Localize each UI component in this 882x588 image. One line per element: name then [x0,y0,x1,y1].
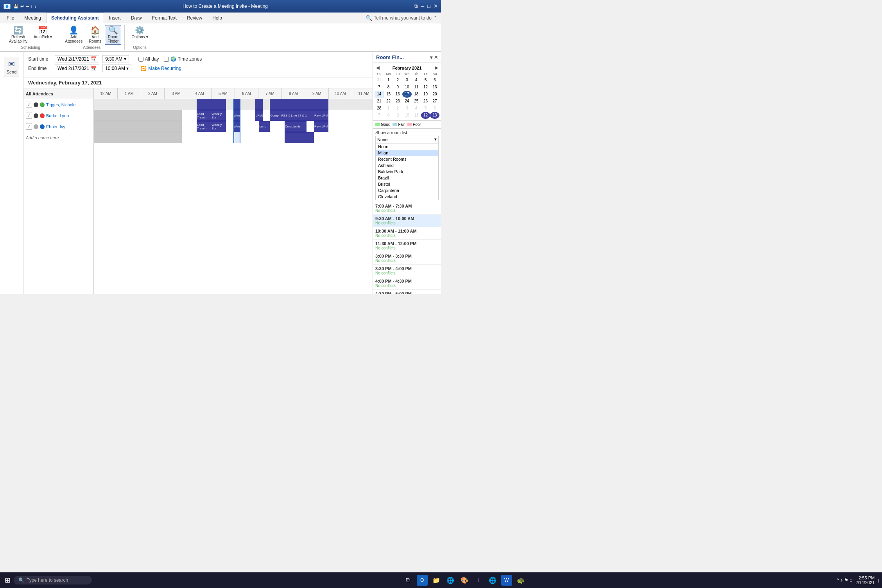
time-slot-700[interactable]: 7:00 AM - 7:30 AM No conflicts [373,202,441,215]
room-option-ashland[interactable]: Ashland [376,162,438,169]
timezone-input[interactable] [164,57,169,62]
cal-day-23[interactable]: 23 [393,98,402,105]
start-time-select[interactable]: 9:30 AM ▾ [102,55,129,63]
room-finder-button[interactable]: 🔍 RoomFinder [105,25,121,45]
room-option-none[interactable]: None [376,143,438,150]
cal-day-22[interactable]: 22 [384,98,393,105]
cal-day-26[interactable]: 26 [421,98,430,105]
attendee-checkbox-3[interactable]: ✓ [26,124,32,130]
maximize-button[interactable]: □ [427,3,430,9]
time-slot-930[interactable]: 9:30 AM - 10:00 AM No conflicts [373,215,441,227]
add-attendees-button[interactable]: 👤 AddAttendees [62,25,85,45]
cal-day-2[interactable]: 2 [393,77,402,84]
timezone-checkbox[interactable]: 🌍 Time zones [164,56,202,62]
room-option-cleveland[interactable]: Cleveland [376,194,438,200]
cal-day-3-next[interactable]: 3 [402,105,412,112]
tab-meeting[interactable]: Meeting [19,13,46,23]
cal-day-10[interactable]: 10 [402,84,412,91]
room-option-bristol[interactable]: Bristol [376,181,438,187]
time-slot-430[interactable]: 4:30 PM - 5:00 PM No conflicts [373,290,441,294]
tab-review[interactable]: Review [182,13,207,23]
cal-day-17[interactable]: 17 [402,91,412,98]
add-rooms-button[interactable]: 🏠 AddRooms [86,25,104,45]
down-icon[interactable]: ↓ [34,4,37,9]
cal-day-31[interactable]: 31 [375,77,384,84]
send-button[interactable]: ✉ Send [4,57,20,77]
cal-day-14[interactable]: 14 [375,91,384,98]
tab-format-text[interactable]: Format Text [147,13,182,23]
cal-day-3[interactable]: 3 [402,77,412,84]
cal-day-13-next[interactable]: 13 [430,112,439,119]
cal-day-15[interactable]: 15 [384,91,393,98]
cal-day-9[interactable]: 9 [393,84,402,91]
options-button[interactable]: ⚙️ Options ▾ [129,25,151,40]
time-slot-1130[interactable]: 11:30 AM - 12:00 PM No conflicts [373,240,441,252]
attendee-checkbox-2[interactable]: ✓ [26,113,32,119]
up-icon[interactable]: ↑ [30,4,33,9]
attendee-name-3[interactable]: Ebner, Ivy [46,124,91,129]
cal-day-16[interactable]: 16 [393,91,402,98]
cal-day-2-next[interactable]: 2 [393,105,402,112]
refresh-availability-button[interactable]: 🔄 RefreshAvailability [6,25,30,45]
end-date-input[interactable]: Wed 2/17/2021 📅 [55,65,99,72]
time-slot-300[interactable]: 3:00 PM - 3:30 PM No conflicts [373,252,441,265]
room-list-dropdown[interactable]: None ▾ [375,136,439,143]
tell-me-label[interactable]: Tell me what you want to do [374,15,432,21]
allday-input[interactable] [138,57,143,62]
start-date-input[interactable]: Wed 2/17/2021 📅 [55,55,99,63]
cal-day-21[interactable]: 21 [375,98,384,105]
attendee-checkbox-1[interactable]: ✓ [26,102,32,108]
cal-day-6[interactable]: 6 [430,77,439,84]
cal-day-7-next[interactable]: 7 [375,112,384,119]
save-icon[interactable]: 💾 [13,4,19,9]
tab-scheduling-assistant[interactable]: Scheduling Assistant [46,13,104,23]
cal-day-28[interactable]: 28 [375,105,384,112]
close-button[interactable]: ✕ [434,3,438,9]
time-slot-330[interactable]: 3:30 PM - 4:00 PM No conflicts [373,265,441,277]
redo-icon[interactable]: ↪ [25,4,29,9]
collapse-ribbon-button[interactable]: ⌃ [432,13,439,23]
end-time-select[interactable]: 10:00 AM ▾ [102,65,131,72]
cal-day-19[interactable]: 19 [421,91,430,98]
room-finder-expand-icon[interactable]: ▾ [430,55,432,60]
cal-day-20[interactable]: 20 [430,91,439,98]
cal-day-12[interactable]: 12 [421,84,430,91]
cal-day-10-next[interactable]: 10 [402,112,412,119]
cal-day-7[interactable]: 7 [375,84,384,91]
cal-day-11[interactable]: 11 [412,84,421,91]
room-option-brazil[interactable]: Brazil [376,175,438,181]
prev-month-button[interactable]: ◀ [376,65,379,70]
room-option-milan[interactable]: Milan [376,150,438,156]
cal-day-1-next[interactable]: 1 [384,105,393,112]
attendee-name-2[interactable]: Burke, Lynn [46,113,91,118]
cal-day-8[interactable]: 8 [384,84,393,91]
room-option-recent[interactable]: Recent Rooms [376,156,438,162]
undo-icon[interactable]: ↩ [20,4,24,9]
allday-checkbox[interactable]: All day [138,56,159,62]
cal-day-6-next[interactable]: 6 [430,105,439,112]
time-slot-1030[interactable]: 10:30 AM - 11:00 AM No conflicts [373,227,441,240]
autopick-button[interactable]: 📅 AutoPick ▾ [31,25,55,40]
cal-day-8-next[interactable]: 8 [384,112,393,119]
cal-day-13[interactable]: 13 [430,84,439,91]
cal-day-9-next[interactable]: 9 [393,112,402,119]
cal-day-4[interactable]: 4 [412,77,421,84]
cal-day-27[interactable]: 27 [430,98,439,105]
attendee-name-1[interactable]: Tigges, Nichole [46,102,91,107]
tab-file[interactable]: File [2,13,19,23]
cal-day-12-next[interactable]: 12 [421,112,430,119]
attendee-add-row[interactable]: Add a name here [23,132,93,143]
cal-day-1[interactable]: 1 [384,77,393,84]
tab-draw[interactable]: Draw [126,13,147,23]
minimize-button[interactable]: ─ [421,3,424,9]
tab-insert[interactable]: Insert [104,13,126,23]
cal-day-5[interactable]: 5 [421,77,430,84]
time-slot-400[interactable]: 4:00 PM - 4:30 PM No conflicts [373,277,441,290]
cal-day-11-next[interactable]: 11 [412,112,421,119]
cal-day-18[interactable]: 18 [412,91,421,98]
cal-day-5-next[interactable]: 5 [421,105,430,112]
room-finder-close-icon[interactable]: ✕ [434,55,438,60]
room-option-carpinteria[interactable]: Carpinteria [376,187,438,194]
cal-day-24[interactable]: 24 [402,98,412,105]
room-option-baldwin[interactable]: Baldwin Park [376,169,438,175]
